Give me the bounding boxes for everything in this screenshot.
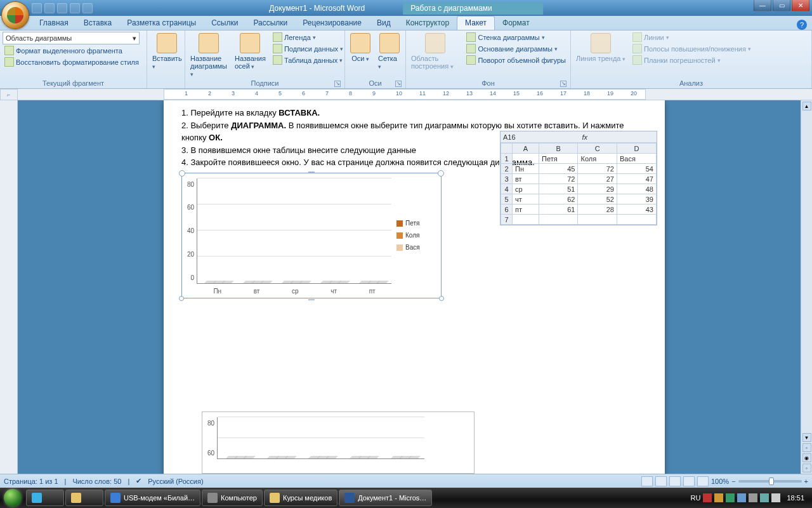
chart-element-combo[interactable]: Область диаграммы▾ <box>3 32 140 44</box>
status-words[interactable]: Число слов: 50 <box>72 478 121 485</box>
help-icon[interactable]: ? <box>797 20 807 30</box>
qat-save-icon[interactable] <box>32 3 42 13</box>
gridlines-button[interactable]: Сетка <box>376 32 403 71</box>
tab-layout[interactable]: Макет <box>457 16 495 30</box>
trendline-button[interactable]: Линия тренда <box>573 32 628 64</box>
tray-icon[interactable] <box>749 493 757 502</box>
scroll-down-icon[interactable]: ▼ <box>802 433 811 442</box>
col-header-c[interactable]: C <box>578 144 617 154</box>
ruler-corner[interactable]: ⌐ <box>0 89 18 100</box>
tray-language[interactable]: RU <box>691 494 701 502</box>
tab-home[interactable]: Главная <box>32 17 76 30</box>
data-table-button[interactable]: Таблица данных <box>271 55 345 65</box>
axis-titles-icon <box>240 33 260 53</box>
chart-title-button[interactable]: Название диаграммы <box>188 32 230 79</box>
chart-object[interactable]: •••• •••• 80 60 40 20 0 Пнвтсрчтпт <box>181 173 442 298</box>
legend-button[interactable]: Легенда <box>271 32 345 43</box>
tray-clock[interactable]: 18:51 <box>783 494 808 502</box>
row-header-1[interactable]: 1 <box>501 154 513 164</box>
tab-mailings[interactable]: Рассылки <box>246 17 295 30</box>
zoom-slider[interactable] <box>738 480 802 483</box>
chart-object-2[interactable]: 8060 x <box>202 411 475 474</box>
chart-floor-button[interactable]: Основание диаграммы <box>464 43 568 54</box>
rotation-button[interactable]: Поворот объемной фигуры <box>464 55 568 65</box>
chart-plot-area[interactable]: Пнвтсрчтпт <box>197 178 391 284</box>
zoom-in-button[interactable]: + <box>804 478 808 485</box>
taskbar-item-0[interactable]: USB-модем «Билай… <box>105 490 200 506</box>
col-header-blank[interactable] <box>501 144 513 154</box>
lines-icon <box>632 32 642 42</box>
view-web-icon[interactable] <box>669 476 681 486</box>
updown-bars-button[interactable]: Полосы повышения/понижения <box>631 43 753 54</box>
error-bars-button[interactable]: Планки погрешностей <box>631 55 753 65</box>
tray-icon[interactable] <box>703 493 712 502</box>
view-draft-icon[interactable] <box>697 476 709 486</box>
taskbar-item-1[interactable]: Компьютер <box>202 490 263 506</box>
view-fullscreen-icon[interactable] <box>655 476 667 486</box>
format-selection-button[interactable]: Формат выделенного фрагмента <box>3 45 144 56</box>
status-page[interactable]: Страница: 1 из 1 <box>4 478 58 485</box>
fx-icon[interactable]: fx <box>582 133 588 141</box>
axis-titles-button[interactable]: Названия осей <box>232 32 268 71</box>
col-header-d[interactable]: D <box>617 144 656 154</box>
quick-access-toolbar <box>32 3 93 13</box>
tab-references[interactable]: Ссылки <box>204 17 246 30</box>
zoom-out-button[interactable]: − <box>731 478 735 485</box>
name-box[interactable]: A16 <box>503 133 516 141</box>
group-axes: Оси↘ <box>348 79 403 88</box>
scroll-up-icon[interactable]: ▲ <box>802 102 811 110</box>
col-header-b[interactable]: B <box>539 144 577 154</box>
taskbar-item-2[interactable]: Курсы медиков <box>264 490 337 506</box>
chart-legend[interactable]: Петя Коля Вася <box>391 178 436 293</box>
tab-design[interactable]: Конструктор <box>398 17 457 30</box>
error-bars-icon <box>632 55 642 65</box>
tab-pagelayout[interactable]: Разметка страницы <box>119 17 204 30</box>
group-analysis: Анализ <box>573 79 809 88</box>
vertical-ruler[interactable] <box>0 100 18 474</box>
tray-volume-icon[interactable] <box>771 493 780 502</box>
document-scroll[interactable]: 1. Перейдите на вкладку ВСТАВКА. 2. Выбе… <box>18 100 801 474</box>
close-button[interactable]: ✕ <box>792 0 809 11</box>
insert-button[interactable]: Вставить <box>150 32 185 71</box>
next-page-icon[interactable]: ◦ <box>802 464 811 472</box>
axes-button[interactable]: Оси <box>348 32 373 64</box>
tray-icon[interactable] <box>737 493 746 502</box>
taskbar-explorer-icon[interactable] <box>65 490 103 506</box>
tray-icon[interactable] <box>726 493 735 502</box>
view-outline-icon[interactable] <box>683 476 695 486</box>
vertical-scrollbar[interactable]: ▲ ▼ ◦ ◉ ◦ <box>801 100 812 474</box>
tab-insert[interactable]: Вставка <box>76 17 120 30</box>
maximize-button[interactable]: ▭ <box>773 0 790 11</box>
reset-style-button[interactable]: Восстановить форматирование стиля <box>3 57 144 67</box>
minimize-button[interactable]: ― <box>754 0 771 11</box>
start-button[interactable] <box>0 488 25 508</box>
status-language[interactable]: Русский (Россия) <box>148 478 203 485</box>
qat-undo-icon[interactable] <box>44 3 55 13</box>
zoom-level[interactable]: 100% <box>711 478 729 485</box>
qat-extra-icon[interactable] <box>82 3 93 13</box>
taskbar-item-3[interactable]: Документ1 - Micros… <box>339 490 432 506</box>
labels-dialog-launcher[interactable]: ↘ <box>334 81 341 87</box>
plot-area-button[interactable]: Область построения <box>409 32 462 71</box>
tray-icon[interactable] <box>714 493 723 502</box>
taskbar-ie-icon[interactable] <box>26 490 64 506</box>
chart-wall-button[interactable]: Стенка диаграммы <box>464 32 568 43</box>
background-dialog-launcher[interactable]: ↘ <box>560 81 566 87</box>
view-print-layout-icon[interactable] <box>641 476 653 486</box>
tab-review[interactable]: Рецензирование <box>295 17 369 30</box>
data-labels-button[interactable]: Подписи данных <box>271 43 345 54</box>
browse-object-icon[interactable]: ◉ <box>802 453 811 462</box>
horizontal-ruler[interactable]: 1234567891011121314151617181920 <box>18 89 812 100</box>
office-button[interactable] <box>1 1 29 29</box>
updown-icon <box>632 44 642 53</box>
qat-redo-icon[interactable] <box>57 3 67 13</box>
col-header-a[interactable]: A <box>513 144 539 154</box>
axes-dialog-launcher[interactable]: ↘ <box>395 81 402 87</box>
spellcheck-icon[interactable]: ✔ <box>136 477 141 485</box>
tray-network-icon[interactable] <box>760 493 769 502</box>
prev-page-icon[interactable]: ◦ <box>802 443 811 452</box>
lines-button[interactable]: Линии <box>631 32 753 43</box>
tab-view[interactable]: Вид <box>369 17 398 30</box>
tab-format[interactable]: Формат <box>495 17 537 30</box>
qat-print-icon[interactable] <box>70 3 80 13</box>
